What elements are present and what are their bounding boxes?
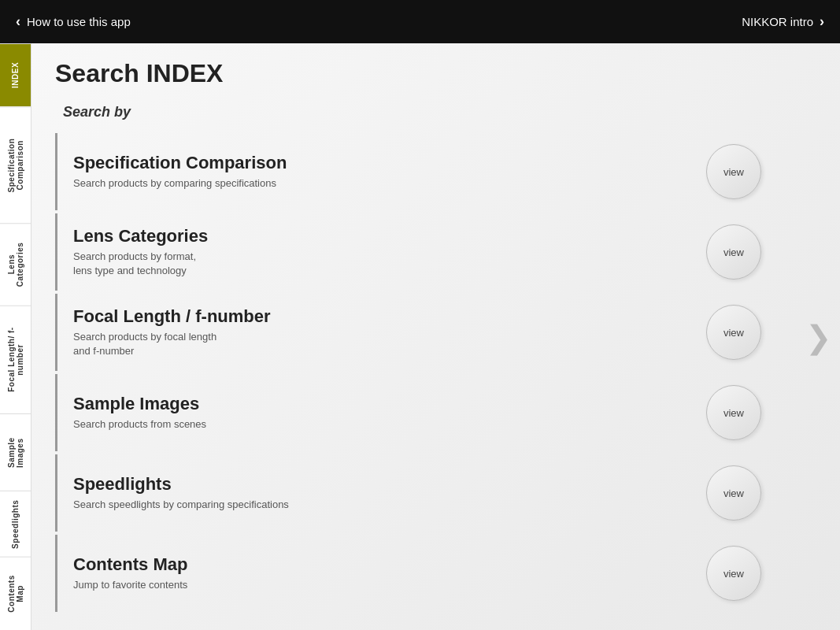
- forward-chevron-icon: ›: [820, 13, 824, 30]
- search-item-lens-categories: Lens CategoriesSearch products by format…: [55, 213, 809, 291]
- search-item-title-spec-comparison: Specification Comparison: [73, 153, 706, 173]
- search-item-desc-sample-images: Search products from scenes: [73, 417, 706, 432]
- search-item-focal-length: Focal Length / f-numberSearch products b…: [55, 294, 809, 371]
- sidebar-item-lens-categories[interactable]: Lens Categories: [0, 223, 31, 305]
- sidebar-item-spec-comparison[interactable]: Specification Comparison: [0, 106, 31, 223]
- search-item-text-sample-images: Sample ImagesSearch products from scenes: [73, 394, 706, 432]
- search-item-desc-lens-categories: Search products by format,lens type and …: [73, 250, 706, 278]
- back-chevron-icon: ‹: [16, 13, 20, 30]
- nav-back[interactable]: ‹ How to use this app: [16, 13, 131, 30]
- search-item-title-speedlights: Speedlights: [73, 474, 706, 495]
- search-item-speedlights: SpeedlightsSearch speedlights by compari…: [55, 454, 809, 532]
- search-item-text-focal-length: Focal Length / f-numberSearch products b…: [73, 306, 706, 358]
- view-button-sample-images[interactable]: view: [706, 385, 761, 440]
- sidebar: INDEX Specification Comparison Lens Cate…: [0, 43, 31, 630]
- view-button-contents-map[interactable]: view: [706, 546, 761, 601]
- top-navigation: ‹ How to use this app NIKKOR intro ›: [0, 0, 840, 43]
- search-item-desc-spec-comparison: Search products by comparing specificati…: [73, 176, 706, 191]
- search-item-sample-images: Sample ImagesSearch products from scenes…: [55, 374, 809, 451]
- search-item-spec-comparison: Specification ComparisonSearch products …: [55, 133, 809, 210]
- page-title: Search INDEX: [55, 59, 809, 88]
- search-item-text-contents-map: Contents MapJump to favorite contents: [73, 554, 706, 592]
- search-item-title-focal-length: Focal Length / f-number: [73, 306, 706, 327]
- sidebar-item-focal-length[interactable]: Focal Length/ f-number: [0, 306, 31, 413]
- content-area: Search INDEX Search by Specification Com…: [31, 43, 840, 630]
- search-item-text-spec-comparison: Specification ComparisonSearch products …: [73, 153, 706, 191]
- right-chevron-icon[interactable]: ❯: [805, 319, 832, 355]
- search-item-contents-map: Contents MapJump to favorite contentsvie…: [55, 535, 809, 612]
- sidebar-item-contents-map[interactable]: Contents Map: [0, 557, 31, 630]
- view-button-spec-comparison[interactable]: view: [706, 144, 761, 199]
- sidebar-item-speedlights[interactable]: Speedlights: [0, 491, 31, 557]
- nav-back-label: How to use this app: [27, 15, 131, 28]
- search-items-container: Specification ComparisonSearch products …: [55, 133, 809, 612]
- search-item-title-contents-map: Contents Map: [73, 554, 706, 575]
- view-button-speedlights[interactable]: view: [706, 465, 761, 521]
- search-item-desc-focal-length: Search products by focal lengthand f-num…: [73, 330, 706, 358]
- search-item-title-sample-images: Sample Images: [73, 394, 706, 414]
- search-item-text-speedlights: SpeedlightsSearch speedlights by compari…: [73, 474, 706, 512]
- nav-forward-label: NIKKOR intro: [742, 15, 813, 28]
- sidebar-item-sample-images[interactable]: Sample Images: [0, 413, 31, 491]
- search-item-title-lens-categories: Lens Categories: [73, 226, 706, 246]
- sidebar-item-index[interactable]: INDEX: [0, 43, 31, 106]
- view-button-focal-length[interactable]: view: [706, 305, 761, 360]
- search-by-label: Search by: [55, 104, 809, 120]
- main-container: INDEX Specification Comparison Lens Cate…: [0, 43, 840, 630]
- view-button-lens-categories[interactable]: view: [706, 224, 761, 280]
- search-item-desc-speedlights: Search speedlights by comparing specific…: [73, 498, 706, 512]
- search-item-text-lens-categories: Lens CategoriesSearch products by format…: [73, 226, 706, 278]
- search-item-desc-contents-map: Jump to favorite contents: [73, 578, 706, 592]
- nav-forward[interactable]: NIKKOR intro ›: [742, 13, 824, 30]
